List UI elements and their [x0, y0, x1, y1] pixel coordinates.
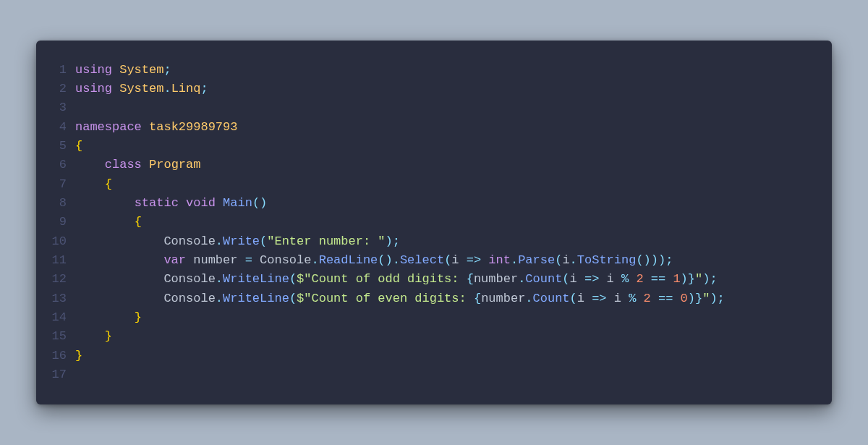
token: } [75, 349, 82, 363]
line-number: 8 [49, 194, 75, 213]
code-line: 14 } [49, 308, 814, 327]
token: Write [223, 234, 260, 248]
token: => [592, 292, 606, 305]
token: " [702, 292, 710, 305]
token: => [584, 272, 599, 286]
token [607, 292, 614, 305]
token: ; [163, 63, 171, 77]
line-content: Console.WriteLine($"Count of even digits… [75, 289, 814, 308]
token [481, 253, 488, 267]
token: ( [444, 253, 451, 267]
line-content: } [75, 308, 814, 327]
token: ); [702, 272, 717, 286]
token [673, 292, 680, 305]
token: Program [149, 158, 200, 171]
token: { [75, 139, 82, 153]
token: } [135, 310, 142, 324]
code-line: 9 { [49, 213, 814, 232]
token: i [570, 272, 577, 286]
token: => [467, 253, 481, 267]
token: Select [400, 253, 444, 267]
token [584, 292, 592, 305]
token: "Enter number: " [267, 234, 385, 248]
token: } [105, 329, 112, 343]
line-content: { [75, 213, 814, 232]
token [629, 272, 636, 286]
line-number: 6 [49, 156, 75, 174]
token: { [105, 177, 112, 191]
token: . [216, 292, 223, 305]
code-line: 3 [49, 98, 814, 117]
code-line: 15 } [49, 327, 814, 346]
token [665, 272, 673, 286]
token: WriteLine [223, 272, 289, 286]
token: i [451, 253, 459, 267]
token [644, 272, 651, 286]
token: static [135, 196, 179, 210]
line-number: 9 [49, 213, 75, 232]
token: ( [289, 292, 297, 305]
token [112, 63, 119, 77]
token [75, 329, 105, 343]
line-content: } [75, 347, 814, 365]
token [75, 234, 163, 248]
line-content: Console.WriteLine($"Count of odd digits:… [75, 270, 814, 289]
token: 0 [681, 292, 688, 305]
code-line: 2using System.Linq; [49, 80, 814, 98]
token: ReadLine [319, 253, 378, 267]
line-number: 13 [49, 289, 75, 308]
token [651, 292, 658, 305]
line-content: class Program [75, 156, 814, 174]
token: Count [533, 292, 570, 305]
token: System [119, 63, 163, 77]
token: i [562, 253, 569, 267]
token: . [216, 272, 223, 286]
token: i [607, 272, 614, 286]
token: . [216, 234, 223, 248]
code-line: 12 Console.WriteLine($"Count of odd digi… [49, 270, 814, 289]
token: { [135, 215, 142, 229]
token: . [163, 82, 171, 96]
token: )} [681, 272, 695, 286]
token [75, 177, 105, 191]
token: ) [386, 234, 393, 248]
token: number [481, 292, 525, 305]
token: Main [223, 196, 252, 210]
token: ( [260, 234, 267, 248]
token: ( [555, 253, 562, 267]
line-content: } [75, 327, 814, 346]
token: System [119, 82, 163, 96]
token: Console [260, 253, 311, 267]
line-content: namespace task29989793 [75, 118, 814, 137]
token [179, 196, 186, 210]
token: == [651, 272, 665, 286]
token: . [511, 253, 518, 267]
code-block: 1using System;2using System.Linq;34names… [49, 61, 814, 385]
token: )} [688, 292, 702, 305]
token: = [245, 253, 252, 267]
line-number: 17 [49, 365, 75, 384]
token: 1 [673, 272, 680, 286]
token: int [488, 253, 511, 267]
token: () [252, 196, 267, 210]
token: { [467, 272, 474, 286]
line-number: 3 [49, 98, 75, 117]
token: . [311, 253, 318, 267]
line-number: 1 [49, 61, 75, 80]
token: . [570, 253, 577, 267]
token: namespace [75, 120, 142, 134]
token: ToString [577, 253, 637, 267]
code-line: 5{ [49, 137, 814, 156]
token: Console [163, 272, 215, 286]
code-line: 17 [49, 365, 814, 384]
token: ( [570, 292, 577, 305]
token: Parse [518, 253, 555, 267]
token: 2 [636, 272, 643, 286]
token: WriteLine [223, 292, 289, 305]
token [252, 253, 260, 267]
token: Console [163, 292, 215, 305]
token: . [525, 292, 532, 305]
line-content [75, 98, 814, 117]
token [112, 82, 119, 96]
token: $"Count of even digits: [297, 292, 474, 305]
